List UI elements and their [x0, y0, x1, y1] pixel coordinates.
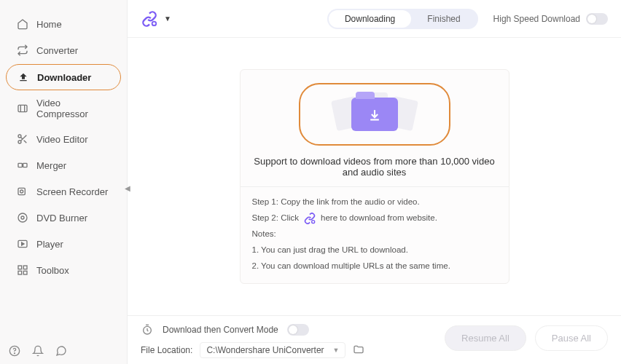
bottombar: Download then Convert Mode File Location… [128, 315, 621, 364]
scissors-icon [16, 132, 29, 146]
sidebar-item-label: Toolbox [36, 265, 69, 276]
sidebar-item-label: Merger [36, 160, 66, 171]
sidebar-item-merger[interactable]: Merger [6, 153, 121, 178]
svg-point-6 [20, 190, 23, 193]
record-icon [16, 185, 29, 198]
high-speed-toggle[interactable] [586, 13, 608, 25]
sidebar-item-home[interactable]: Home [6, 12, 121, 36]
divider [241, 186, 509, 187]
file-location-select[interactable]: C:\Wondershare UniConverter ▼ [200, 342, 345, 358]
converter-icon [16, 44, 29, 57]
sidebar-item-label: Video Compressor [36, 98, 111, 119]
file-location-label: File Location: [141, 345, 192, 355]
svg-rect-11 [23, 266, 27, 269]
svg-point-1 [18, 135, 21, 138]
resume-all-button[interactable]: Resume All [445, 325, 526, 351]
compress-icon [16, 102, 29, 115]
pause-all-button[interactable]: Pause All [535, 325, 608, 351]
folder-icon [351, 98, 398, 131]
svg-rect-10 [18, 266, 22, 269]
svg-point-2 [18, 141, 21, 143]
svg-point-7 [18, 213, 27, 222]
feedback-icon[interactable] [54, 344, 69, 358]
action-buttons: Resume All Pause All [445, 325, 608, 351]
toolbox-icon [16, 264, 29, 277]
sidebar-item-label: DVD Burner [36, 213, 87, 223]
download-icon [17, 71, 30, 84]
svg-rect-5 [18, 188, 25, 194]
chevron-down-icon: ▼ [332, 347, 339, 354]
svg-rect-13 [18, 271, 22, 274]
play-icon [16, 237, 29, 250]
sidebar-item-video-compressor[interactable]: Video Compressor [6, 92, 121, 125]
step-2: Step 2: Click here to download from webs… [252, 210, 497, 226]
svg-rect-4 [23, 163, 27, 167]
svg-point-8 [21, 216, 24, 219]
notes-label: Notes: [252, 226, 497, 242]
note-2: 2. You can download multiple URLs at the… [252, 258, 497, 274]
sidebar-item-label: Screen Recorder [36, 186, 108, 197]
tab-switch: Downloading Finished [327, 9, 478, 29]
sidebar-item-label: Home [36, 19, 62, 30]
merger-icon [16, 159, 29, 172]
tab-finished[interactable]: Finished [411, 10, 476, 28]
svg-rect-12 [23, 271, 27, 274]
high-speed-label: High Speed Download [493, 14, 580, 24]
home-icon [16, 17, 29, 31]
convert-mode-toggle[interactable] [287, 324, 309, 336]
sidebar-item-video-editor[interactable]: Video Editor [6, 127, 121, 151]
svg-rect-3 [18, 163, 22, 167]
sidebar-item-label: Converter [36, 45, 78, 56]
sidebar: Home Converter Downloader Video Compress… [0, 0, 128, 364]
paste-link-icon[interactable] [141, 10, 158, 28]
sidebar-item-downloader[interactable]: Downloader [6, 64, 121, 90]
topbar: ▼ Downloading Finished High Speed Downlo… [128, 0, 621, 38]
help-icon[interactable] [7, 344, 22, 358]
link-plus-icon [303, 212, 316, 225]
sidebar-item-converter[interactable]: Converter [6, 38, 121, 63]
svg-rect-0 [18, 105, 27, 111]
tab-downloading[interactable]: Downloading [329, 10, 411, 28]
svg-point-15 [15, 353, 15, 354]
sidebar-item-screen-recorder[interactable]: Screen Recorder [6, 179, 121, 204]
note-1: 1. You can just drag the URL to download… [252, 242, 497, 258]
sidebar-item-dvd-burner[interactable]: DVD Burner [6, 205, 121, 230]
instruction-card: Support to download videos from more tha… [240, 69, 509, 283]
sidebar-item-label: Video Editor [36, 134, 88, 145]
convert-mode-label: Download then Convert Mode [163, 325, 278, 335]
content-area: Support to download videos from more tha… [128, 38, 621, 315]
steps: Step 1: Copy the link from the audio or … [252, 194, 497, 274]
notifications-icon[interactable] [31, 344, 45, 358]
file-location-path: C:\Wondershare UniConverter [206, 345, 324, 355]
sidebar-item-label: Downloader [37, 72, 91, 83]
footer-icons [7, 344, 69, 358]
chevron-down-icon[interactable]: ▼ [164, 15, 171, 23]
illustration [252, 83, 497, 146]
support-text: Support to download videos from more tha… [252, 156, 497, 178]
high-speed-download: High Speed Download [493, 13, 608, 25]
sidebar-item-label: Player [36, 239, 63, 250]
open-folder-icon[interactable] [353, 344, 364, 357]
dvd-icon [16, 211, 29, 224]
timer-icon[interactable] [141, 323, 154, 336]
drop-zone[interactable] [299, 83, 450, 146]
step-1: Step 1: Copy the link from the audio or … [252, 194, 497, 210]
sidebar-item-toolbox[interactable]: Toolbox [6, 258, 121, 282]
main-panel: ▼ Downloading Finished High Speed Downlo… [128, 0, 621, 364]
sidebar-item-player[interactable]: Player [6, 232, 121, 256]
